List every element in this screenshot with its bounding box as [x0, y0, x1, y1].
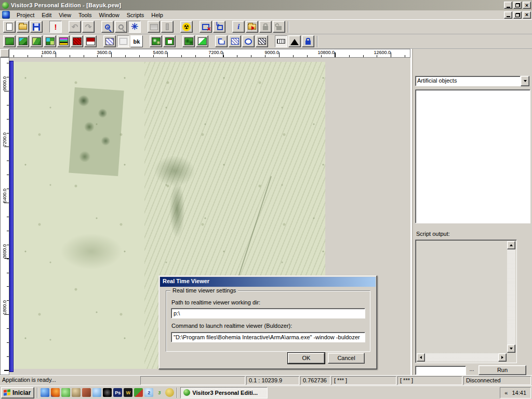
move-object-button[interactable]	[213, 21, 225, 33]
new-button[interactable]	[3, 21, 16, 33]
taskbar-task-button[interactable]: Visitor3 Personal Editi...	[180, 387, 268, 398]
center-view-button[interactable]: ✳	[128, 21, 141, 33]
terrain-sea-button[interactable]	[17, 35, 29, 47]
terrain-contour-button[interactable]	[30, 35, 43, 47]
run-button[interactable]: Run	[478, 365, 526, 375]
window-title: Visitor3 Personal Edition - [Bayuk.pew]	[11, 2, 503, 8]
network-lock-button[interactable]	[302, 35, 314, 47]
quicklaunch-photoshop-icon[interactable]: Ps	[113, 388, 122, 397]
tray-chevron[interactable]: «	[504, 390, 508, 396]
quicklaunch-smiley-icon[interactable]	[165, 388, 174, 397]
chevron-down-icon	[524, 80, 527, 84]
save-button[interactable]	[30, 21, 43, 33]
path-input[interactable]	[171, 308, 365, 318]
quicklaunch-media-icon[interactable]	[103, 388, 112, 397]
hatch-arrow-button[interactable]	[229, 35, 241, 47]
red-texture-icon	[73, 37, 82, 45]
palette-button[interactable]	[57, 35, 70, 47]
hatch-button[interactable]	[103, 35, 116, 47]
quicklaunch-ie-icon[interactable]	[41, 388, 49, 397]
restore-button[interactable]	[513, 2, 522, 9]
quicklaunch-app2-icon[interactable]: 2	[144, 388, 153, 397]
vegetation-button[interactable]	[150, 35, 162, 47]
cancel-button[interactable]: Cancel	[328, 353, 365, 364]
vegetation-icon	[152, 37, 161, 45]
lock-button[interactable]	[259, 21, 272, 33]
forest-icon	[184, 37, 193, 45]
redo-button[interactable]: ↷	[82, 21, 95, 33]
mdi-close-button[interactable]: ×	[523, 11, 531, 19]
script-path-input[interactable]	[415, 366, 466, 375]
import-button[interactable]	[246, 21, 258, 33]
object-list[interactable]	[415, 89, 530, 223]
scroll-left-button[interactable]	[417, 353, 425, 362]
menu-view[interactable]: View	[55, 11, 75, 19]
horizontal-scrollbar[interactable]	[417, 353, 507, 362]
toolbar-main: ! ↶ ↷ + ✳ ☢ i	[0, 20, 532, 34]
menu-scripts[interactable]: Scripts	[123, 11, 148, 19]
terrain-mixed-button[interactable]	[44, 35, 56, 47]
dense-hatch-button[interactable]	[256, 35, 268, 47]
forest-split-button[interactable]	[196, 35, 208, 47]
browse-button[interactable]: ...	[466, 366, 477, 375]
minimize-button[interactable]	[504, 2, 512, 9]
bk-button[interactable]: bk	[130, 35, 143, 47]
dialog-title-bar[interactable]: Real Time Viewer	[160, 277, 376, 287]
no-edit-button[interactable]	[200, 21, 212, 33]
taskbar-separator	[37, 388, 38, 398]
scroll-up-button[interactable]	[507, 241, 515, 249]
start-button[interactable]: Iniciar	[1, 387, 34, 398]
zoom-out-button[interactable]	[115, 21, 127, 33]
tools-panel-button[interactable]	[161, 21, 174, 33]
menu-window[interactable]: Window	[96, 11, 123, 19]
combo-dropdown-button[interactable]	[521, 76, 529, 86]
mdi-restore-button[interactable]	[513, 11, 522, 19]
red-texture-button[interactable]	[71, 35, 83, 47]
ruler-tool-button[interactable]	[275, 35, 287, 47]
close-button[interactable]: ×	[523, 2, 531, 9]
unlock-button[interactable]	[273, 21, 285, 33]
terrain-sea-icon	[19, 37, 28, 45]
menu-tools[interactable]: Tools	[75, 11, 96, 19]
properties-button[interactable]	[148, 21, 160, 33]
red-white-button[interactable]	[84, 35, 97, 47]
building-button[interactable]	[163, 35, 176, 47]
command-input[interactable]	[171, 332, 365, 342]
terrain-green-button[interactable]	[3, 35, 16, 47]
properties-icon	[150, 24, 158, 30]
status-value: 0.762736	[300, 376, 330, 385]
quicklaunch-plant-icon[interactable]	[82, 388, 91, 397]
quicklaunch-user-icon[interactable]	[72, 388, 81, 397]
ok-button[interactable]: OK	[288, 353, 325, 364]
open-button[interactable]	[17, 21, 29, 33]
quicklaunch-messenger-icon[interactable]	[61, 388, 70, 397]
radiation-button[interactable]: ☢	[180, 21, 193, 33]
menu-help[interactable]: Help	[148, 11, 167, 19]
mdi-minimize-button[interactable]	[504, 11, 512, 19]
menu-project[interactable]: Project	[13, 11, 38, 19]
important-toggle-button[interactable]: !	[49, 21, 62, 33]
vertical-scrollbar[interactable]	[507, 241, 515, 353]
polygon-button[interactable]	[215, 35, 228, 47]
hatch-icon	[105, 38, 114, 45]
selection-frame-button[interactable]	[117, 35, 129, 47]
script-output-box[interactable]	[415, 240, 517, 363]
menu-edit[interactable]: Edit	[38, 11, 55, 19]
ellipse-button[interactable]	[242, 35, 255, 47]
zoom-in-button[interactable]: +	[101, 21, 114, 33]
quicklaunch-firefox-icon[interactable]	[51, 388, 60, 397]
quicklaunch-msn-icon[interactable]	[92, 388, 101, 397]
object-category-combo[interactable]: Artificial objects	[415, 76, 529, 86]
forest-button[interactable]	[182, 35, 195, 47]
scroll-right-button[interactable]	[498, 353, 507, 362]
mountain-button[interactable]	[288, 35, 301, 47]
groupbox-label: Real time viewer settings	[170, 287, 238, 294]
quicklaunch-terrain-icon[interactable]	[134, 388, 143, 397]
quicklaunch-visitor-icon[interactable]: 3	[155, 388, 164, 397]
info-button[interactable]: i	[232, 21, 245, 33]
quicklaunch-word-icon[interactable]: W	[124, 388, 132, 397]
undo-button[interactable]: ↶	[69, 21, 81, 33]
scroll-down-button[interactable]	[507, 344, 515, 353]
vruler-label: 1800.0	[2, 293, 7, 315]
minimize-icon	[507, 7, 510, 8]
